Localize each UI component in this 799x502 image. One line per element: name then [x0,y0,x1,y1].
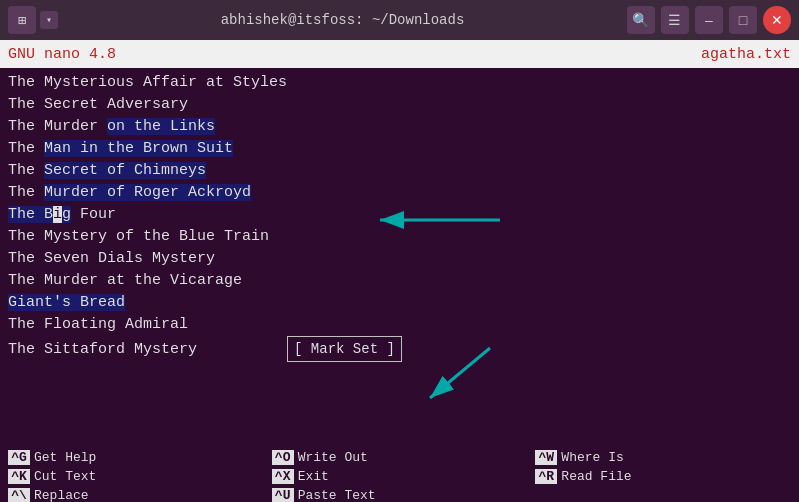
key-ctrl-k: ^K [8,469,30,484]
footer-replace[interactable]: ^\ Replace [4,486,268,502]
arrow-1 [320,200,520,240]
line-1: The Mysterious Affair at Styles [8,72,791,94]
key-ctrl-g: ^G [8,450,30,465]
window-controls: 🔍 ☰ – □ ✕ [627,6,791,34]
footer-paste-text[interactable]: ^U Paste Text [268,486,532,502]
label-replace: Replace [34,488,89,502]
footer-write-out[interactable]: ^O Write Out [268,448,532,467]
line-5: The Secret of Chimneys [8,160,791,182]
search-button[interactable]: 🔍 [627,6,655,34]
footer-read-file[interactable]: ^R Read File [531,467,795,486]
label-write-out: Write Out [298,450,368,465]
line-11: Giant's Bread [8,292,791,314]
key-ctrl-x: ^X [272,469,294,484]
key-ctrl-o: ^O [272,450,294,465]
footer: ^G Get Help ^O Write Out ^W Where Is ^K … [0,446,799,502]
arrow-2 [370,338,530,418]
key-ctrl-u: ^U [272,488,294,502]
line-3: The Murder on the Links [8,116,791,138]
line-9: The Seven Dials Mystery [8,248,791,270]
close-button[interactable]: ✕ [763,6,791,34]
key-ctrl-r: ^R [535,469,557,484]
terminal-icon: ⊞ [8,6,36,34]
line-12: The Floating Admiral [8,314,791,336]
label-get-help: Get Help [34,450,96,465]
line-2: The Secret Adversary [8,94,791,116]
footer-cut-text[interactable]: ^K Cut Text [4,467,268,486]
maximize-button[interactable]: □ [729,6,757,34]
editor-content[interactable]: The Mysterious Affair at Styles The Secr… [0,68,799,446]
window-title: abhishek@itsfoss: ~/Downloads [221,12,465,28]
nano-version: GNU nano 4.8 [8,46,116,63]
footer-where-is[interactable]: ^W Where Is [531,448,795,467]
label-paste-text: Paste Text [298,488,376,502]
key-ctrl-w: ^W [535,450,557,465]
highlight-man: Man in the Brown Suit [44,140,233,157]
highlight-links: on the Links [107,118,215,135]
label-cut-text: Cut Text [34,469,96,484]
label-where-is: Where Is [561,450,623,465]
line-4: The Man in the Brown Suit [8,138,791,160]
highlight-giant: Giant's Bread [8,294,125,311]
key-ctrl-backslash: ^\ [8,488,30,502]
label-read-file: Read File [561,469,631,484]
dropdown-arrow[interactable]: ▾ [40,11,58,29]
nano-header: GNU nano 4.8 agatha.txt [0,40,799,68]
menu-button[interactable]: ☰ [661,6,689,34]
titlebar: ⊞ ▾ abhishek@itsfoss: ~/Downloads 🔍 ☰ – … [0,0,799,40]
highlight-chimneys: Secret of Chimneys [44,162,206,179]
cursor: i [53,206,62,223]
titlebar-left: ⊞ ▾ [8,6,58,34]
footer-get-help[interactable]: ^G Get Help [4,448,268,467]
footer-exit[interactable]: ^X Exit [268,467,532,486]
svg-line-3 [430,348,490,398]
nano-filename: agatha.txt [701,46,791,63]
highlight-thebig: The Big [8,206,71,223]
minimize-button[interactable]: – [695,6,723,34]
label-exit: Exit [298,469,329,484]
line-10: The Murder at the Vicarage [8,270,791,292]
highlight-ackroyd: Murder of Roger Ackroyd [44,184,251,201]
